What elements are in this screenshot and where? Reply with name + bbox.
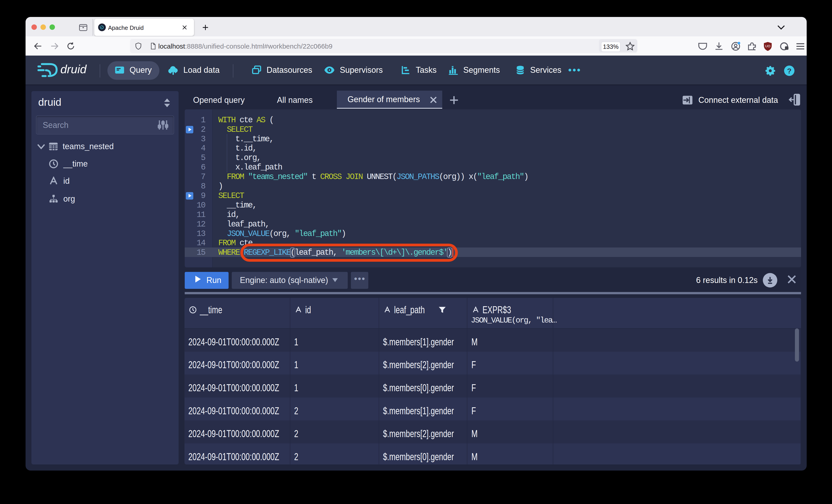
- svg-text:UO: UO: [765, 44, 771, 48]
- svg-text:?: ?: [787, 67, 791, 75]
- svg-text:druid: druid: [60, 62, 87, 76]
